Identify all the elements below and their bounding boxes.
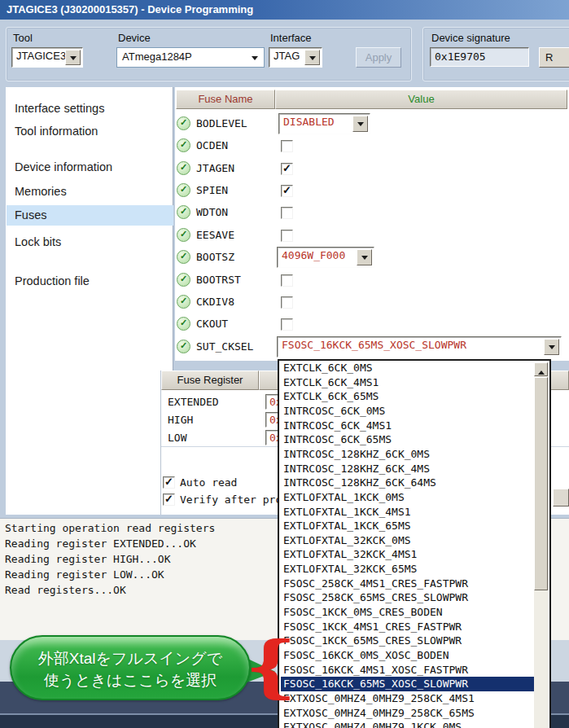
sut-cksel-value: FSOSC_16KCK_65MS_XOSC_SLOWPWR bbox=[282, 339, 466, 351]
sidebar-item-interface-settings[interactable]: Interface settings bbox=[15, 99, 168, 117]
scrollbar-thumb[interactable] bbox=[534, 377, 548, 590]
fuse-ok-icon bbox=[177, 273, 190, 287]
table-row: OCDEN bbox=[177, 135, 567, 157]
dropdown-option[interactable]: EXTLOFXTAL_32KCK_0MS bbox=[281, 533, 535, 548]
dropdown-option[interactable]: INTRCOSC_128KHZ_6CK_0MS bbox=[281, 447, 535, 462]
dropdown-option[interactable]: INTRCOSC_6CK_65MS bbox=[281, 432, 535, 447]
tool-select-value: JTAGICE3 bbox=[16, 50, 66, 62]
dropdown-option[interactable]: INTRCOSC_128KHZ_6CK_4MS bbox=[281, 462, 535, 476]
verify-after-programming-checkbox[interactable] bbox=[163, 493, 175, 506]
fuse-name: EESAVE bbox=[196, 229, 234, 241]
fuse-value-column-header[interactable]: Value bbox=[275, 90, 567, 109]
device-signature-value: 0x1E9705 bbox=[435, 50, 486, 63]
dropdown-option[interactable]: EXTCLK_6CK_65MS bbox=[281, 389, 535, 404]
annotation-brace: { bbox=[245, 632, 296, 700]
sidebar bbox=[6, 87, 173, 515]
dropdown-option[interactable]: FSOSC_258CK_4MS1_CRES_FASTPWR bbox=[281, 577, 535, 591]
table-row: EESAVE bbox=[177, 225, 567, 247]
sut-cksel-dropdown-list: EXTCLK_6CK_0MS EXTCLK_6CK_4MS1 EXTCLK_6C… bbox=[278, 359, 551, 728]
dropdown-option[interactable]: EXTLOFXTAL_1KCK_4MS1 bbox=[281, 505, 535, 520]
status-line: Reading register HIGH...OK bbox=[5, 553, 171, 565]
chevron-down-icon[interactable] bbox=[65, 50, 81, 65]
fuse-ok-icon bbox=[177, 228, 190, 242]
dropdown-option[interactable]: EXTLOFXTAL_1KCK_65MS bbox=[281, 519, 535, 533]
register-name: LOW bbox=[168, 432, 186, 444]
sidebar-item-production-file[interactable]: Production file bbox=[15, 272, 168, 290]
dropdown-option[interactable]: FSOSC_1KCK_0MS_CRES_BODEN bbox=[281, 605, 535, 620]
fuse-ok-icon bbox=[177, 183, 190, 197]
fuse-ok-icon bbox=[177, 317, 190, 331]
chevron-down-icon[interactable] bbox=[352, 116, 368, 132]
bodlevel-select[interactable]: DISABLED bbox=[278, 113, 370, 134]
read-button-cut-off[interactable]: R bbox=[539, 47, 569, 68]
table-row: CKOUT bbox=[177, 314, 567, 335]
fuse-name: SUT_CKSEL bbox=[196, 340, 253, 353]
sidebar-item-device-information[interactable]: Device information bbox=[15, 158, 168, 176]
table-row: JTAGEN bbox=[177, 158, 567, 180]
register-name: EXTENDED bbox=[168, 396, 219, 408]
dropdown-option[interactable]: FSOSC_258CK_65MS_CRES_SLOWPWR bbox=[281, 590, 535, 605]
status-line: Reading register LOW...OK bbox=[5, 568, 164, 581]
bootrst-checkbox[interactable] bbox=[281, 274, 293, 287]
ocden-checkbox[interactable] bbox=[281, 140, 293, 152]
device-programming-window: JTAGICE3 (J30200015357) - Device Program… bbox=[0, 0, 569, 728]
chevron-down-icon[interactable] bbox=[304, 50, 320, 65]
apply-button[interactable]: Apply bbox=[356, 47, 401, 68]
fuse-name: SPIEN bbox=[196, 184, 228, 196]
dropdown-option[interactable]: EXTLOFXTAL_32KCK_65MS bbox=[281, 562, 535, 577]
fuse-ok-icon bbox=[177, 295, 190, 309]
dropdown-option[interactable]: EXTXOSC_0MHZ4_0MHZ9_258CK_65MS bbox=[281, 706, 535, 721]
ckdiv8-checkbox[interactable] bbox=[281, 296, 293, 309]
dropdown-option[interactable]: INTRCOSC_6CK_0MS bbox=[281, 404, 535, 419]
sut-cksel-select[interactable]: FSOSC_16KCK_65MS_XOSC_SLOWPWR bbox=[277, 336, 562, 357]
dropdown-option[interactable]: FSOSC_16KCK_4MS1_XOSC_FASTPWR bbox=[281, 663, 535, 678]
table-row: WDTON bbox=[177, 202, 567, 224]
eesave-checkbox[interactable] bbox=[281, 230, 293, 242]
device-signature-label: Device signature bbox=[431, 32, 510, 44]
device-select[interactable]: ATmega1284P bbox=[116, 47, 265, 68]
scroll-up-icon[interactable] bbox=[534, 362, 548, 376]
fuse-name: JTAGEN bbox=[196, 162, 234, 174]
sidebar-item-tool-information[interactable]: Tool information bbox=[15, 122, 168, 140]
dropdown-option[interactable]: EXTXOSC_0MHZ4_0MHZ9_1KCK_0MS bbox=[281, 720, 535, 728]
fuse-ok-icon bbox=[177, 250, 190, 264]
status-line: Read registers...OK bbox=[5, 584, 126, 596]
dropdown-option[interactable]: FSOSC_1KCK_4MS1_CRES_FASTPWR bbox=[281, 620, 535, 634]
wdton-checkbox[interactable] bbox=[281, 207, 293, 219]
annotation-text-line1: 外部Xtalをフルスイングで bbox=[11, 647, 249, 669]
fuse-ok-icon bbox=[177, 116, 190, 130]
fuse-name-column-header[interactable]: Fuse Name bbox=[176, 90, 275, 109]
dropdown-option[interactable]: INTRCOSC_6CK_4MS1 bbox=[281, 419, 535, 433]
interface-select-value: JTAG bbox=[274, 50, 300, 62]
auto-read-checkbox[interactable] bbox=[163, 476, 175, 489]
device-label: Device bbox=[118, 32, 151, 44]
dropdown-option[interactable]: EXTXOSC_0MHZ4_0MHZ9_258CK_4MS1 bbox=[281, 691, 535, 706]
fuse-name: WDTON bbox=[196, 206, 228, 218]
sidebar-item-fuses[interactable]: Fuses bbox=[15, 206, 168, 224]
window-title: JTAGICE3 (J30200015357) - Device Program… bbox=[7, 3, 253, 15]
sidebar-item-memories[interactable]: Memories bbox=[15, 182, 168, 200]
sidebar-item-lock-bits[interactable]: Lock bits bbox=[15, 233, 168, 251]
ckout-checkbox[interactable] bbox=[281, 318, 293, 331]
dropdown-option[interactable]: EXTCLK_6CK_4MS1 bbox=[281, 375, 535, 390]
bootsz-select[interactable]: 4096W_F000 bbox=[277, 247, 374, 268]
dropdown-option[interactable]: EXTLOFXTAL_1KCK_0MS bbox=[281, 490, 535, 505]
dropdown-option[interactable]: FSOSC_1KCK_65MS_CRES_SLOWPWR bbox=[281, 634, 535, 648]
jtagen-checkbox[interactable] bbox=[281, 163, 293, 175]
interface-select[interactable]: JTAG bbox=[269, 47, 322, 68]
table-row: BODLEVEL DISABLED bbox=[177, 113, 567, 135]
dropdown-option[interactable]: FSOSC_16KCK_0MS_XOSC_BODEN bbox=[281, 648, 535, 663]
dropdown-option-selected[interactable]: FSOSC_16KCK_65MS_XOSC_SLOWPWR bbox=[281, 677, 535, 691]
device-signature-field[interactable]: 0x1E9705 bbox=[430, 47, 529, 67]
fuse-register-column-header[interactable]: Fuse Register bbox=[161, 371, 259, 390]
tool-select[interactable]: JTAGICE3 bbox=[11, 47, 83, 68]
dropdown-option[interactable]: EXTCLK_6CK_0MS bbox=[281, 361, 535, 375]
chevron-down-icon[interactable] bbox=[544, 339, 559, 355]
window-title-bar[interactable]: JTAGICE3 (J30200015357) - Device Program… bbox=[0, 0, 569, 20]
chevron-down-icon[interactable] bbox=[357, 249, 372, 265]
spien-checkbox[interactable] bbox=[281, 185, 293, 197]
verify-after-programming-label: Verify after prog bbox=[180, 493, 288, 506]
cut-off-button[interactable] bbox=[553, 489, 569, 507]
dropdown-option[interactable]: INTRCOSC_128KHZ_6CK_64MS bbox=[281, 476, 535, 490]
dropdown-option[interactable]: EXTLOFXTAL_32KCK_4MS1 bbox=[281, 547, 535, 562]
